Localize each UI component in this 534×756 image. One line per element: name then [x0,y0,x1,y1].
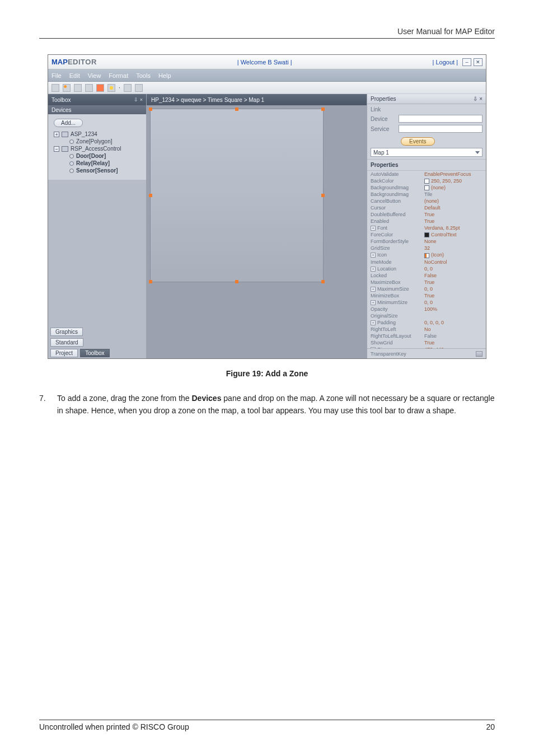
delete-icon[interactable] [96,84,104,92]
resize-handle-icon[interactable] [149,194,152,197]
property-value: No [424,326,483,332]
property-row[interactable]: +Icon(Icon) [367,251,486,258]
color-swatch-icon [424,232,429,237]
property-key: CancelButton [371,198,424,204]
property-value: 0, 0, 0, 0 [424,320,483,325]
property-row[interactable]: +Padding0, 0, 0, 0 [367,319,486,326]
tree-item[interactable]: Relay[Relay] [51,160,143,167]
resize-handle-icon[interactable] [235,108,238,111]
zone-placeholder[interactable] [150,109,324,282]
property-row[interactable]: CancelButton(none) [367,198,486,204]
property-row[interactable]: BackgroundImag(none) [367,184,486,191]
expand-icon[interactable]: + [371,226,376,231]
property-row[interactable]: GridSize32 [367,245,486,251]
property-row[interactable]: MaximizeBoxTrue [367,279,486,286]
events-button[interactable]: Events [401,137,435,146]
resize-handle-icon[interactable] [149,280,152,283]
menu-help[interactable]: Help [158,72,171,79]
undo-icon[interactable] [124,84,132,92]
property-row[interactable]: RightToLeftLayoutFalse [367,333,486,339]
property-row[interactable]: ImeModeNoControl [367,259,486,265]
expand-icon[interactable]: + [371,287,376,292]
property-value: 32 [424,245,483,251]
map-canvas[interactable] [147,105,367,358]
toolbox-pin-icon[interactable]: ⇩ × [134,97,143,102]
property-row[interactable]: CursorDefault [367,204,486,211]
tree-item[interactable]: Zone[Polygon] [51,138,143,145]
menu-edit[interactable]: Edit [69,72,80,79]
scrollbar-thumb-icon[interactable] [476,351,483,357]
menu-tools[interactable]: Tools [136,72,151,79]
property-value: True [424,293,483,298]
device-input[interactable] [399,115,483,123]
property-value: (Icon) [424,252,483,258]
property-row[interactable]: EnabledTrue [367,218,486,225]
collapse-icon[interactable] [54,146,59,152]
property-row[interactable]: BackgroundImagTile [367,191,486,198]
expand-icon[interactable]: + [371,300,376,305]
expand-icon[interactable] [54,132,59,137]
tool-strip: · [48,82,486,94]
resize-handle-icon[interactable] [321,194,325,197]
property-row[interactable]: AutoValidateEnablePreventFocus [367,171,486,178]
property-row[interactable]: +MaximumSize0, 0 [367,286,486,292]
property-key: ShowGrid [371,340,424,346]
tree-item[interactable]: Sensor[Sensor] [51,167,143,174]
menu-view[interactable]: View [88,72,101,79]
property-row[interactable]: OriginalSize [367,312,486,319]
property-row[interactable]: DoubleBufferedTrue [367,211,486,218]
property-row[interactable]: ForeColorControlText [367,231,486,238]
close-button[interactable]: ✕ [474,58,483,66]
tab-toolbox[interactable]: Toolbox [80,349,109,357]
left-column: Toolbox ⇩ × Devices Add... ASP_1234Zone[… [48,94,147,358]
idea-icon[interactable] [107,84,115,92]
property-row[interactable]: +FontVerdana, 8.25pt [367,225,486,231]
minimize-button[interactable]: – [462,58,471,66]
logout-link[interactable]: | Logout | [433,59,458,66]
property-row[interactable]: +MinimumSize0, 0 [367,299,486,306]
tab-standard[interactable]: Standard [50,338,83,347]
figure-caption: Figure 19: Add a Zone [39,369,495,378]
brand-editor: EDITOR [68,58,97,66]
add-button[interactable]: Add... [54,119,83,127]
resize-handle-icon[interactable] [321,280,325,283]
properties-pin-icon[interactable]: ⇩ × [473,96,483,102]
tree-item[interactable]: Door[Door] [51,152,143,160]
expand-icon[interactable]: + [371,253,376,258]
property-row[interactable]: LockedFalse [367,272,486,279]
link-section: Link Device Service Events Map 1 [367,104,486,160]
node-icon [69,139,74,144]
tree-item[interactable]: RSP_AccessControl [51,145,143,152]
property-row[interactable]: MinimizeBoxTrue [367,292,486,299]
property-row[interactable]: RightToLeftNo [367,326,486,333]
property-row[interactable]: +Location0, 0 [367,265,486,272]
tool-icon[interactable] [51,84,59,92]
copy-icon[interactable] [74,84,82,92]
property-row[interactable]: Opacity100% [367,306,486,312]
tab-project[interactable]: Project [50,349,78,357]
cut-icon[interactable] [63,84,71,92]
resize-handle-icon[interactable] [149,108,152,111]
property-value: 0, 0 [424,286,483,292]
property-row[interactable]: ShowGridTrue [367,339,486,346]
paste-icon[interactable] [85,84,93,92]
brand-map: MAP [51,58,68,66]
tab-graphics[interactable]: Graphics [50,328,83,336]
property-row[interactable]: BackColor250, 250, 250 [367,178,486,184]
menu-file[interactable]: File [51,72,62,79]
link-section-title: Link [371,106,483,113]
expand-icon[interactable]: + [371,320,376,325]
map-select[interactable]: Map 1 [371,148,483,157]
tree-spacer [62,153,67,159]
resize-handle-icon[interactable] [235,280,238,283]
resize-handle-icon[interactable] [321,108,325,111]
service-input[interactable] [399,125,483,133]
expand-icon[interactable]: + [371,267,376,272]
tree-item[interactable]: ASP_1234 [51,130,143,138]
property-row[interactable]: FormBorderStyleNone [367,238,486,245]
tree-item-label: RSP_AccessControl [71,146,121,152]
color-swatch-icon [424,185,429,190]
redo-icon[interactable] [135,84,143,92]
menu-format[interactable]: Format [109,72,128,79]
right-column: Properties ⇩ × Link Device Service [367,94,486,358]
